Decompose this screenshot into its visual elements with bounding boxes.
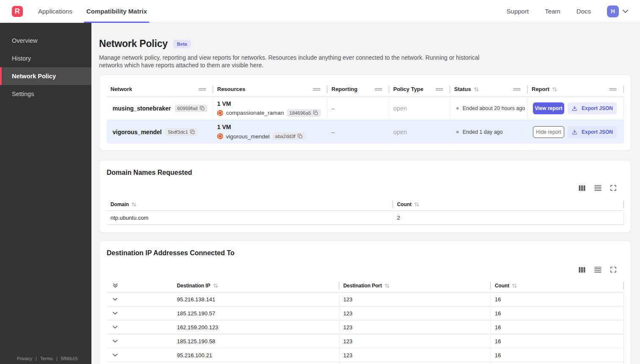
column-separator [623, 281, 624, 290]
report-cell: Hide report Export JSON [528, 120, 624, 143]
resource-id: 184696a5 [290, 110, 311, 116]
app-logo[interactable]: R [12, 6, 23, 17]
sort-icon[interactable] [414, 202, 419, 207]
user-menu-chevron-down-icon[interactable] [622, 9, 629, 14]
column-label: Destination IP [177, 283, 210, 289]
copy-icon[interactable] [190, 130, 195, 135]
sort-icon[interactable] [512, 283, 517, 288]
column-header-destination-ip[interactable]: Destination IP [173, 279, 339, 292]
view-report-button[interactable]: View report [533, 102, 564, 114]
expand-row-cell [107, 348, 173, 362]
user-avatar[interactable]: H [607, 6, 619, 17]
nav-link-team[interactable]: Team [545, 8, 560, 15]
destination-row[interactable]: 95.216.100.21 123 16 [107, 348, 624, 362]
column-header-report[interactable]: Report [528, 82, 624, 97]
chevron-down-icon[interactable] [113, 298, 118, 301]
destination-row-partial [107, 362, 624, 364]
column-header-network[interactable]: Network [107, 82, 213, 97]
domains-card-title: Domain Names Requested [107, 168, 624, 178]
destination-row[interactable]: 162.159.200.123 123 16 [107, 320, 624, 334]
column-separator [623, 85, 624, 93]
fullscreen-icon[interactable] [610, 185, 616, 191]
destination-ip-cell: 185.125.190.58 [173, 334, 339, 348]
column-header-policy-type[interactable]: Policy Type [389, 82, 450, 97]
resource-line: compassionate_raman 184696a5 [217, 109, 321, 117]
sort-icon[interactable] [474, 87, 479, 92]
column-header-resources[interactable]: Resources [213, 82, 328, 97]
list-view-icon[interactable] [594, 267, 601, 273]
column-label: Network [110, 86, 132, 92]
network-row[interactable]: musing_stonebraker 60959fad 1 VM compass… [107, 97, 624, 120]
export-json-button[interactable]: Export JSON [568, 126, 617, 138]
columns-view-icon[interactable] [579, 267, 585, 273]
terms-link[interactable]: Terms [40, 356, 53, 361]
sort-icon[interactable] [552, 87, 557, 92]
networks-table: Network Resources Reporting [107, 82, 624, 143]
reporting-cell: – [328, 97, 389, 120]
count-cell: 16 [491, 292, 624, 306]
resource-line: vigorous_mendel aba2dd3f [217, 132, 305, 140]
domain-row[interactable]: ntp.ubuntu.com 2 [107, 211, 624, 225]
destination-port-cell: 123 [339, 334, 491, 348]
copy-icon[interactable] [298, 134, 303, 139]
download-icon [572, 129, 577, 135]
expand-row-cell [107, 320, 173, 334]
column-resize-handle-icon[interactable] [513, 88, 521, 91]
column-resize-handle-icon[interactable] [609, 88, 617, 91]
topbar-right: Support Team Docs H [507, 6, 640, 17]
hide-report-button[interactable]: Hide report [533, 126, 564, 138]
networks-card: Network Resources Reporting [99, 74, 631, 151]
chevrons-down-icon[interactable] [113, 283, 118, 288]
network-id: 60959fad [177, 106, 198, 111]
column-resize-handle-icon[interactable] [375, 88, 382, 91]
chevron-down-icon[interactable] [113, 325, 118, 329]
chevron-down-icon[interactable] [113, 312, 118, 315]
list-view-icon[interactable] [594, 185, 601, 191]
sort-icon[interactable] [131, 202, 137, 207]
tab-compatibility-matrix[interactable]: Compatibility Matrix [84, 0, 149, 23]
column-header-count[interactable]: Count [393, 198, 624, 210]
column-header-destination-port[interactable]: Destination Port [339, 279, 491, 292]
copy-icon[interactable] [200, 106, 205, 111]
reporting-cell: – [328, 120, 389, 143]
sidebar-item-overview[interactable]: Overview [0, 32, 91, 50]
chevron-down-icon[interactable] [113, 353, 118, 357]
copy-icon[interactable] [313, 110, 318, 116]
sidebar-item-network-policy[interactable]: Network Policy [0, 67, 91, 85]
domains-table-header: Domain Count [107, 198, 624, 211]
fullscreen-icon[interactable] [610, 267, 616, 273]
privacy-link[interactable]: Privacy [17, 356, 32, 361]
column-label: Reporting [331, 86, 357, 92]
destination-row[interactable]: 185.125.190.58 123 16 [107, 334, 624, 348]
sidebar-item-settings[interactable]: Settings [0, 85, 91, 103]
destination-port-cell [339, 362, 491, 364]
columns-view-icon[interactable] [579, 185, 585, 191]
resource-name: vigorous_mendel [226, 133, 270, 140]
chevron-down-icon[interactable] [113, 339, 118, 343]
column-header-status[interactable]: Status [450, 82, 528, 97]
column-header-reporting[interactable]: Reporting [328, 82, 389, 97]
column-resize-handle-icon[interactable] [313, 88, 320, 91]
network-row[interactable]: vigorous_mendel 5bdf3dc1 1 VM vigorous_m… [107, 120, 624, 143]
expand-row-cell [107, 292, 173, 306]
download-icon [572, 105, 577, 111]
column-resize-handle-icon[interactable] [436, 88, 443, 91]
destination-row[interactable]: 95.216.138.141 123 16 [107, 292, 624, 306]
beta-badge: Beta [173, 40, 191, 48]
network-name: vigorous_mendel [113, 129, 162, 135]
nav-link-support[interactable]: Support [507, 8, 529, 15]
expand-all-header[interactable] [107, 279, 173, 292]
nav-link-docs[interactable]: Docs [577, 8, 591, 15]
resources-cell: 1 VM compassionate_raman 184696a5 [213, 97, 328, 120]
column-resize-handle-icon[interactable] [199, 88, 206, 91]
destination-row[interactable]: 185.125.190.57 123 16 [107, 306, 624, 320]
count-cell: 2 [393, 211, 624, 224]
tab-applications[interactable]: Applications [36, 0, 75, 23]
export-json-button[interactable]: Export JSON [568, 102, 617, 114]
sort-icon[interactable] [384, 283, 390, 288]
column-header-domain[interactable]: Domain [107, 198, 393, 210]
sort-icon[interactable] [213, 283, 218, 288]
sidebar-item-history[interactable]: History [0, 50, 91, 67]
column-label: Count [495, 283, 509, 289]
column-header-count[interactable]: Count [491, 279, 624, 292]
